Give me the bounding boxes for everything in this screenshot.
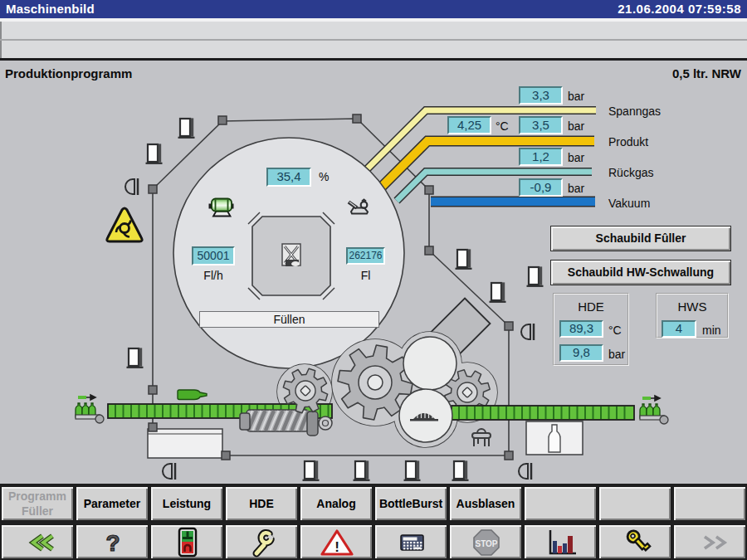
svg-text:?: ? xyxy=(105,530,120,556)
svg-text:STOP: STOP xyxy=(475,539,497,548)
svg-text:!: ! xyxy=(334,539,339,555)
